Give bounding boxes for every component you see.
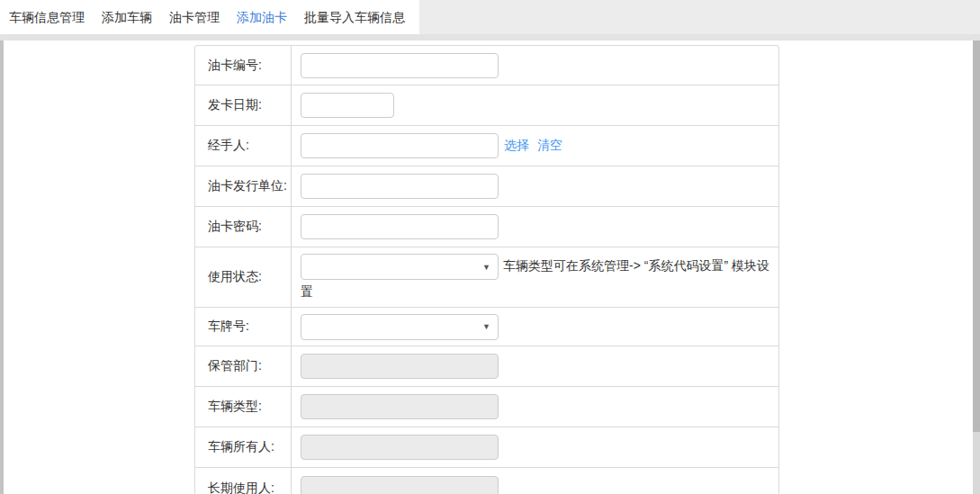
field-cell <box>292 387 778 427</box>
field-label: 车辆所有人: <box>195 427 292 467</box>
scrollbar-thumb[interactable] <box>973 40 980 432</box>
field-label: 油卡密码: <box>195 207 292 247</box>
field-label: 发卡日期: <box>195 85 292 125</box>
field-label: 油卡发行单位: <box>195 166 292 206</box>
tab-bar: 车辆信息管理 添加车辆 油卡管理 添加油卡 批量导入车辆信息 <box>0 0 980 34</box>
fuel-card-number-input[interactable] <box>301 53 499 78</box>
plate-number-select[interactable] <box>301 314 499 340</box>
field-label: 车牌号: <box>195 308 292 346</box>
field-cell: 选择 清空 <box>292 126 778 166</box>
form-row-handler: 经手人: 选择 清空 <box>195 126 778 166</box>
handler-input[interactable] <box>301 133 499 158</box>
form-row-vehicle-owner: 车辆所有人: <box>195 427 778 468</box>
handler-actions: 选择 清空 <box>504 138 562 154</box>
tab-fuel-card-management[interactable]: 油卡管理 <box>169 0 220 34</box>
form-row-long-term-user: 长期使用人: <box>195 468 778 494</box>
field-cell <box>292 468 778 494</box>
tab-batch-import-vehicle-info[interactable]: 批量导入车辆信息 <box>304 0 405 34</box>
select-handler-link[interactable]: 选择 <box>504 138 529 152</box>
form-row-card-number: 油卡编号: <box>195 46 778 85</box>
tab-vehicle-info-management[interactable]: 车辆信息管理 <box>9 0 85 34</box>
form-row-vehicle-type: 车辆类型: <box>195 387 778 427</box>
tabs-wrap: 车辆信息管理 添加车辆 油卡管理 添加油卡 批量导入车辆信息 <box>0 0 419 34</box>
field-label: 油卡编号: <box>195 46 292 85</box>
field-cell: ▼ 车辆类型可在系统管理-> “系统代码设置” 模块设置 <box>292 247 778 307</box>
field-label: 车辆类型: <box>195 387 292 427</box>
field-cell <box>292 207 778 247</box>
form-row-password: 油卡密码: <box>195 207 778 247</box>
field-label: 长期使用人: <box>195 468 292 494</box>
field-cell <box>292 166 778 206</box>
field-label: 经手人: <box>195 126 292 166</box>
form-row-custody-department: 保管部门: <box>195 346 778 387</box>
vertical-scrollbar[interactable] <box>973 40 980 494</box>
vehicle-owner-input <box>301 435 499 460</box>
divider-band <box>0 34 980 40</box>
field-cell <box>292 46 778 85</box>
field-cell: ▼ <box>292 308 778 346</box>
field-label: 保管部门: <box>195 346 292 386</box>
card-issuer-input[interactable] <box>301 174 499 199</box>
card-password-input[interactable] <box>301 214 499 239</box>
field-cell <box>292 346 778 386</box>
long-term-user-input <box>301 476 499 494</box>
plate-number-select-wrap: ▼ <box>301 314 499 340</box>
issue-date-input[interactable] <box>301 93 394 118</box>
usage-status-select[interactable] <box>301 254 499 280</box>
form-content-area: 油卡编号: 发卡日期: 经手人: 选择 清空 油卡发行单位: <box>0 40 980 494</box>
usage-status-select-wrap: ▼ <box>301 254 499 280</box>
form-row-usage-status: 使用状态: ▼ 车辆类型可在系统管理-> “系统代码设置” 模块设置 <box>195 247 778 308</box>
add-fuel-card-form: 油卡编号: 发卡日期: 经手人: 选择 清空 油卡发行单位: <box>194 45 779 494</box>
custody-department-input <box>301 354 499 379</box>
left-edge-strip <box>0 40 4 494</box>
vehicle-type-input <box>301 394 499 419</box>
tab-add-fuel-card[interactable]: 添加油卡 <box>237 0 287 34</box>
clear-handler-link[interactable]: 清空 <box>537 138 562 152</box>
field-label: 使用状态: <box>195 247 292 307</box>
form-row-plate-number: 车牌号: ▼ <box>195 308 778 346</box>
field-cell <box>292 427 778 467</box>
form-row-issue-date: 发卡日期: <box>195 85 778 126</box>
tab-add-vehicle[interactable]: 添加车辆 <box>102 0 152 34</box>
form-row-issuer: 油卡发行单位: <box>195 166 778 207</box>
field-cell <box>292 85 778 125</box>
